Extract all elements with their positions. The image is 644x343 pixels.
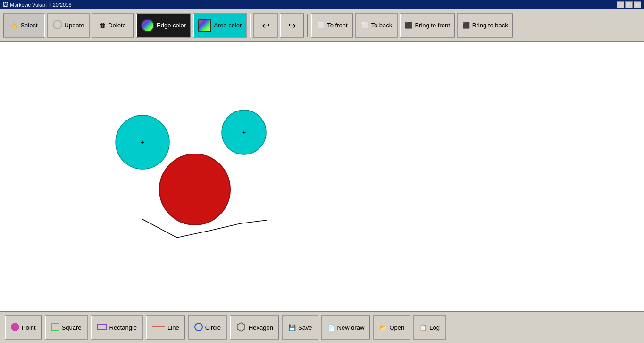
separator-2 (307, 14, 308, 37)
drawing-canvas[interactable]: + + (0, 42, 644, 311)
to-front-icon: ⬜ (317, 22, 325, 29)
log-button[interactable]: 📋 Log (413, 315, 446, 340)
circle-shape-icon (194, 323, 203, 333)
newdraw-icon: 📄 (327, 324, 335, 331)
titlebar-title: 🖼 Markovic Vukan IT20/2016 (3, 2, 71, 8)
square-icon (51, 323, 59, 333)
edge-color-label: Edge color (157, 22, 186, 29)
square-label: Square (62, 324, 82, 331)
open-icon: 📂 (379, 324, 387, 331)
area-color-button[interactable]: Area color (193, 13, 247, 38)
select-button[interactable]: 👆 Select (3, 13, 45, 38)
log-label: Log (429, 324, 440, 331)
newdraw-button[interactable]: 📄 New draw (321, 315, 371, 340)
circle-button[interactable]: Circle (188, 315, 227, 340)
separator-1 (250, 14, 251, 37)
point-label: Point (22, 324, 36, 331)
save-icon: 💾 (288, 324, 296, 331)
main-content: + + (0, 42, 644, 311)
to-back-label: To back (371, 22, 393, 29)
update-button[interactable]: Update (47, 13, 90, 38)
trash-icon: 🗑 (100, 22, 106, 29)
circle-teal-right-plus: + (242, 129, 246, 136)
redo-button[interactable]: ↪ (280, 13, 304, 38)
undo-icon: ↩ (262, 20, 270, 31)
area-color-label: Area color (214, 22, 242, 29)
rectangle-label: Rectangle (109, 324, 137, 331)
bring-to-front-label: Bring to front (415, 22, 450, 29)
circle-teal-left-plus: + (141, 138, 144, 146)
line-button[interactable]: Line (146, 315, 185, 340)
square-button[interactable]: Square (45, 315, 88, 340)
to-front-button[interactable]: ⬜ To front (311, 13, 353, 38)
newdraw-label: New draw (337, 324, 365, 331)
to-front-label: To front (327, 22, 347, 29)
open-label: Open (389, 324, 404, 331)
point-icon (11, 323, 19, 333)
canvas-area[interactable]: + + (0, 42, 644, 311)
save-label: Save (298, 324, 312, 331)
app-title: Markovic Vukan IT20/2016 (10, 2, 71, 8)
hexagon-label: Hexagon (249, 324, 273, 331)
svg-marker-1 (237, 323, 245, 331)
maximize-button[interactable]: □ (625, 1, 633, 8)
point-button[interactable]: Point (5, 315, 42, 340)
hand-icon: 👆 (10, 22, 18, 29)
rectangle-button[interactable]: Rectangle (91, 315, 143, 340)
minimize-button[interactable]: _ (617, 1, 624, 8)
titlebar: 🖼 Markovic Vukan IT20/2016 _ □ × (0, 0, 644, 9)
log-icon: 📋 (419, 324, 427, 331)
open-button[interactable]: 📂 Open (373, 315, 410, 340)
rectangle-icon (97, 324, 107, 332)
edge-color-button[interactable]: Edge color (136, 13, 191, 38)
undo-button[interactable]: ↩ (253, 13, 278, 38)
bottom-toolbar: Point Square Rectangle Line Circle Hexag… (0, 311, 644, 343)
titlebar-controls: _ □ × (617, 1, 641, 8)
edge-color-icon (141, 19, 154, 32)
to-back-icon: ⬜ (361, 22, 369, 29)
save-button[interactable]: 💾 Save (282, 315, 318, 340)
bring-front-icon: ⬛ (405, 22, 412, 29)
circle-red[interactable] (159, 154, 230, 225)
bring-to-back-label: Bring to back (472, 22, 508, 29)
delete-button[interactable]: 🗑 Delete (92, 13, 134, 38)
hexagon-button[interactable]: Hexagon (230, 315, 279, 340)
bring-to-back-button[interactable]: ⬛ Bring to back (457, 13, 513, 38)
circle-label: Circle (205, 324, 221, 331)
close-button[interactable]: × (634, 1, 641, 8)
hexagon-icon (236, 322, 246, 334)
to-back-button[interactable]: ⬜ To back (355, 13, 398, 38)
bring-back-icon: ⬛ (462, 22, 470, 29)
circle-icon (53, 20, 62, 31)
update-label: Update (65, 22, 84, 29)
redo-icon: ↪ (288, 20, 296, 31)
top-toolbar: 👆 Select Update 🗑 Delete Edge color Area… (0, 9, 644, 42)
line-label: Line (167, 324, 179, 331)
select-label: Select (20, 22, 37, 29)
app-icon: 🖼 (3, 2, 8, 8)
delete-label: Delete (108, 22, 126, 29)
line-icon (152, 324, 165, 332)
area-color-icon (198, 19, 211, 32)
bring-to-front-button[interactable]: ⬛ Bring to front (400, 13, 455, 38)
